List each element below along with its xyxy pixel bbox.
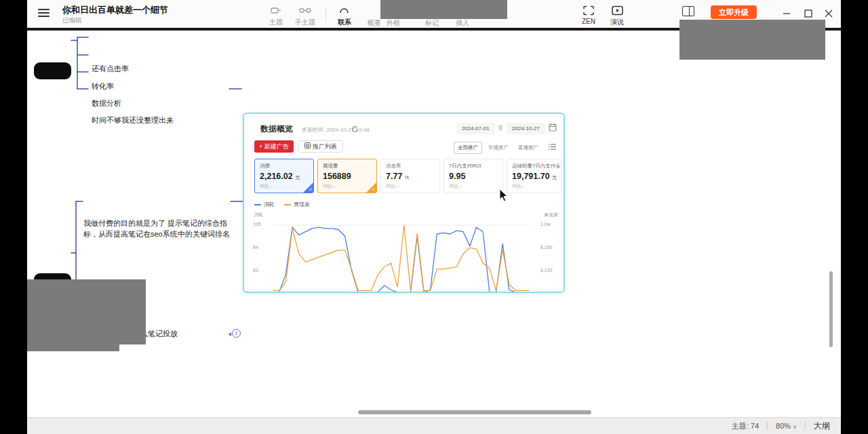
relationship-icon [330,4,359,16]
promo-list-button[interactable]: 推广列表 [298,140,343,153]
stat-cards-row: 消费 2,216.02 元 环比-- ✓ 展现量 156889 环比-- ✓ [254,159,561,193]
window-close-button[interactable] [821,6,836,21]
refresh-icon[interactable] [351,123,359,136]
legend-cost[interactable]: 消耗 [254,201,275,208]
left-axis-tick: 84 [253,245,267,250]
topic-count: 主题: 74 [732,421,759,431]
vertical-scrollbar[interactable] [829,271,833,347]
horizontal-scrollbar[interactable] [358,410,591,414]
toolbar-insert-button[interactable]: 插入 [449,18,476,28]
redaction-box-bottomleft-step [27,344,119,351]
chevron-down-icon: ∨ [793,424,797,430]
legend-impressions-mark [284,204,291,205]
legend-cost-mark [254,204,261,205]
mindmap-topic-analysis[interactable]: 数据分析 [92,98,121,108]
calendar-icon[interactable] [549,122,557,134]
stat-card-impressions[interactable]: 展现量 156889 环比-- ✓ [317,159,377,193]
new-ad-button[interactable]: + 新建广告 [254,140,294,153]
document-title: 你和日出百单就差一个细节 [62,4,168,16]
list-icon [304,141,311,152]
date-from-field[interactable]: 2024-07-01 [456,123,495,134]
dashboard-updated-time: 更新时间: 2024-10-27 10:48 [302,126,370,134]
left-axis-tick: 63 [253,268,267,273]
left-axis-tick: 105 [253,222,267,226]
stat-card-roi[interactable]: 7日内支付ROI 9.95 环比-- [443,159,503,193]
date-to-field[interactable]: 2024-10-27 [507,123,545,134]
toolbar-topic-button[interactable]: 主题 [261,4,291,27]
subtopic-icon [290,4,320,16]
mindmap-topic-purpose[interactable]: 我做付费的目的就是为了 提示笔记的综合指标，从而提高笔记在seo系统中的关键词排… [83,218,235,239]
redaction-box-bottomleft [27,279,146,344]
promo-type-tabs: 全部推广 常规推广 直播推广 [454,142,542,154]
left-axis-label: 消耗 [254,212,263,218]
zen-mode-icon [574,4,604,16]
topic-icon [261,4,291,16]
metric-config-icon[interactable] [548,142,557,154]
toolbar-subtopic-button[interactable]: 子主题 [290,4,320,27]
screen: 你和日出百单就差一个细节 已编辑 主题 子主题 联系 [0,0,868,434]
zoom-control[interactable]: 80% ∨ [776,422,797,430]
mindmap-topic-conversion[interactable]: 转化率 [92,81,114,92]
right-axis-label: 展现量 [544,212,558,218]
document-status: 已编辑 [62,16,82,25]
date-separator: 至 [498,125,504,132]
redaction-box-toolbar [380,0,507,19]
window-minimize-button[interactable] [779,6,794,21]
right-axis-tick: 1.0w [540,222,558,226]
upgrade-button[interactable]: 立即升级 [711,5,757,19]
dashboard-chart-svg [269,221,533,293]
tab-regular-promo[interactable]: 常规推广 [485,142,512,153]
app-window: 你和日出百单就差一个细节 已编辑 主题 子主题 联系 [27,0,841,434]
mindmap-canvas[interactable]: 还有点击率 转化率 数据分析 时间不够我还没整理出来 如果呼声很高，下次有机会我… [27,31,841,417]
hamburger-menu-icon[interactable] [38,9,50,18]
toolbar-relationship-button[interactable]: 联系 [330,4,359,27]
dashboard-image[interactable]: 数据概览 更新时间: 2024-10-27 10:48 2024-07-01 至… [243,113,565,293]
redaction-box-topright [679,20,825,60]
stat-card-gmv[interactable]: 店铺销量7日内支付金额 19,791.70 元 环比-- [507,159,561,193]
side-panel-toggle-icon[interactable] [682,6,694,16]
status-bar: 主题: 74 80% ∨ 大纲 [27,417,841,434]
dashboard-title: 数据概览 [260,123,293,135]
date-range-picker[interactable]: 2024-07-01 至 2024-10-27 [456,122,557,134]
toolbar-divider [326,8,326,22]
mindmap-node-redacted-top[interactable] [34,62,71,79]
outline-button[interactable]: 大纲 [814,420,830,432]
stat-card-cost[interactable]: 消费 2,216.02 元 环比-- ✓ [254,159,314,193]
legend-impressions[interactable]: 展现量 [284,201,310,208]
tab-live-promo[interactable]: 直播推广 [515,142,542,153]
tab-all-promo[interactable]: 全部推广 [454,142,482,154]
relationship-marker-badge[interactable]: 1 [232,329,241,338]
right-axis-tick: 6,120 [540,268,558,273]
toolbar-marker-button[interactable]: 标记 [418,18,446,28]
toolbar-zen-button[interactable]: ZEN [574,4,604,25]
mindmap-topic-notime[interactable]: 时间不够我还没整理出来 [92,115,174,125]
present-icon [602,4,632,16]
chart-legend: 消耗 展现量 [254,201,310,208]
stat-card-ctr[interactable]: 点击率 7.77 % 环比-- [380,159,440,193]
right-axis-tick: 8,160 [540,245,558,250]
window-maximize-button[interactable] [801,6,816,21]
mindmap-topic-clickrate[interactable]: 还有点击率 [92,64,129,74]
toolbar-boundary-button[interactable]: 外框 [380,18,407,28]
toolbar-present-button[interactable]: 演说 [602,4,632,27]
